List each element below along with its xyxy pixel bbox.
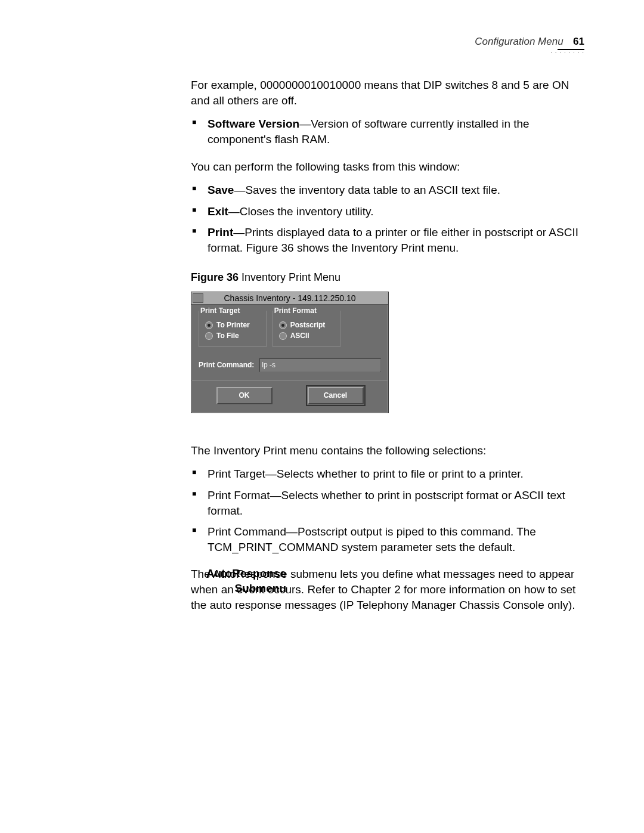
print-command-input[interactable] [259, 358, 381, 372]
print-target-group-title: Print Target [199, 306, 241, 315]
tasks-list: Save—Saves the inventory data table to a… [191, 182, 584, 256]
autoresponse-heading: AutoResponse Submenu [203, 566, 286, 596]
software-version-list: Software Version—Version of software cur… [191, 116, 584, 147]
task-save-label: Save [208, 184, 234, 196]
header-page-number: 61 [573, 36, 584, 47]
header-section-title: Configuration Menu [475, 36, 563, 47]
selections-list: Print Target—Selects whether to print to… [191, 466, 584, 555]
print-format-group: Print Format Postscript ASCII [273, 311, 340, 347]
ok-button[interactable]: OK [216, 387, 273, 404]
radio-to-file-label: To File [216, 331, 239, 340]
radio-ascii-label: ASCII [290, 331, 309, 340]
task-save: Save—Saves the inventory data table to a… [191, 182, 584, 198]
print-format-group-title: Print Format [273, 306, 318, 315]
radio-icon [279, 332, 287, 340]
radio-to-file[interactable]: To File [205, 331, 260, 340]
selection-print-command: Print Command—Postscript output is piped… [191, 524, 584, 555]
task-exit-label: Exit [208, 205, 228, 218]
system-menu-icon[interactable] [193, 293, 203, 303]
print-command-label: Print Command: [199, 360, 254, 370]
selection-print-format: Print Format—Selects whether to print in… [191, 488, 584, 518]
radio-icon [205, 321, 213, 329]
figure-label: Figure 36 [191, 271, 239, 283]
selection-print-target: Print Target—Selects whether to print to… [191, 466, 584, 482]
radio-postscript-label: Postscript [290, 320, 326, 330]
radio-to-printer-label: To Printer [216, 320, 250, 330]
radio-to-printer[interactable]: To Printer [205, 320, 260, 330]
figure-caption-text: Inventory Print Menu [239, 271, 340, 283]
print-target-group: Print Target To Printer To File [199, 311, 267, 347]
task-print: Print—Prints displayed data to a printer… [191, 225, 584, 255]
task-exit: Exit—Closes the inventory utility. [191, 204, 584, 219]
dip-example-text: For example, 0000000010010000 means that… [191, 78, 584, 108]
radio-ascii[interactable]: ASCII [279, 331, 334, 340]
tasks-intro: You can perform the following tasks from… [191, 159, 584, 175]
dialog-titlebar: Chassis Inventory - 149.112.250.10 [191, 292, 388, 305]
software-version-item: Software Version—Version of software cur… [191, 116, 584, 147]
radio-icon [205, 332, 213, 340]
dialog-title: Chassis Inventory - 149.112.250.10 [224, 293, 355, 303]
task-print-label: Print [208, 226, 233, 239]
header-dots: · · · · · · · · [475, 49, 584, 55]
task-exit-text: —Closes the inventory utility. [228, 205, 374, 218]
radio-postscript[interactable]: Postscript [279, 320, 334, 330]
figure-caption: Figure 36 Inventory Print Menu [191, 270, 584, 284]
cancel-button[interactable]: Cancel [308, 387, 364, 404]
dialog-separator [191, 380, 388, 381]
software-version-label: Software Version [208, 117, 299, 130]
selections-intro: The Inventory Print menu contains the fo… [191, 443, 584, 459]
radio-icon [279, 321, 287, 329]
page-header: Configuration Menu 61 · · · · · · · · [101, 36, 584, 60]
inventory-print-dialog: Chassis Inventory - 149.112.250.10 Print… [191, 292, 389, 413]
task-print-text: —Prints displayed data to a printer or f… [208, 226, 578, 254]
task-save-text: —Saves the inventory data table to an AS… [234, 184, 500, 196]
